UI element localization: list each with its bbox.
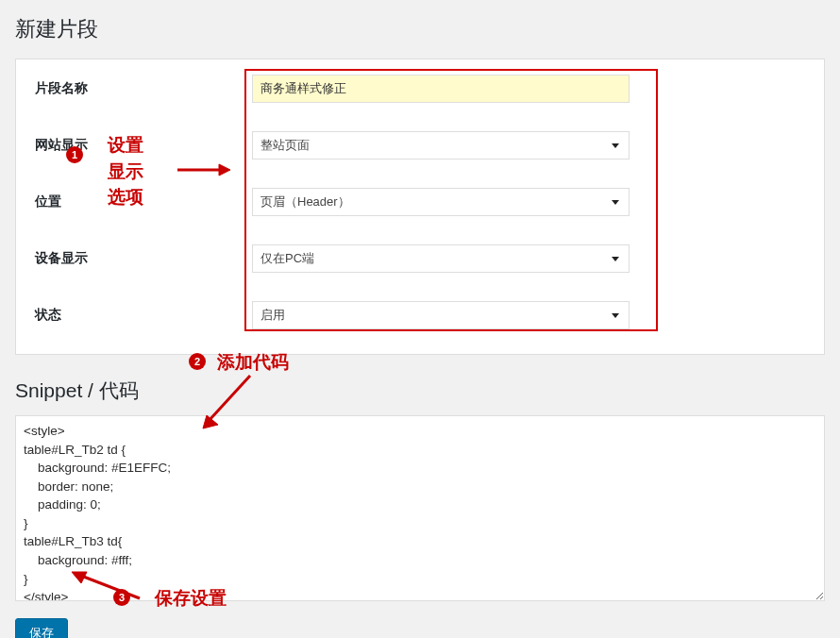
row-device: 设备显示 仅在PC端 (35, 244, 805, 273)
arrow-icon (72, 570, 147, 602)
label-device: 设备显示 (35, 244, 252, 267)
row-position: 位置 页眉（Header） (35, 188, 805, 216)
row-name: 片段名称 (35, 75, 805, 103)
row-status: 状态 启用 (35, 301, 805, 329)
annotation-badge-2: 2 (189, 353, 206, 370)
chevron-down-icon (612, 313, 619, 318)
site-select-value: 整站页面 (260, 138, 310, 152)
chevron-down-icon (612, 200, 619, 205)
device-select-value: 仅在PC端 (260, 251, 314, 265)
page-title: 新建片段 (15, 15, 825, 43)
svg-marker-1 (219, 164, 230, 176)
name-input[interactable] (252, 75, 630, 103)
position-select-value: 页眉（Header） (260, 194, 350, 209)
arrow-icon (203, 376, 260, 432)
label-status: 状态 (35, 301, 252, 324)
label-position: 位置 (35, 188, 252, 210)
device-select[interactable]: 仅在PC端 (252, 244, 630, 273)
arrow-icon (177, 160, 230, 179)
svg-line-2 (209, 376, 250, 421)
status-select[interactable]: 启用 (252, 301, 630, 329)
chevron-down-icon (612, 143, 619, 148)
row-site: 网站显示 整站页面 (35, 131, 805, 160)
svg-line-4 (81, 576, 140, 598)
label-name: 片段名称 (35, 75, 252, 97)
settings-panel: 片段名称 网站显示 整站页面 位置 页眉（Header） 设备显示 仅在PC端 (15, 59, 825, 355)
snippet-title: Snippet / 代码 (15, 378, 825, 404)
status-select-value: 启用 (260, 308, 285, 322)
position-select[interactable]: 页眉（Header） (252, 188, 630, 216)
site-select[interactable]: 整站页面 (252, 131, 630, 160)
chevron-down-icon (612, 257, 619, 261)
save-button[interactable]: 保存 (15, 618, 68, 638)
label-site: 网站显示 (35, 131, 252, 154)
